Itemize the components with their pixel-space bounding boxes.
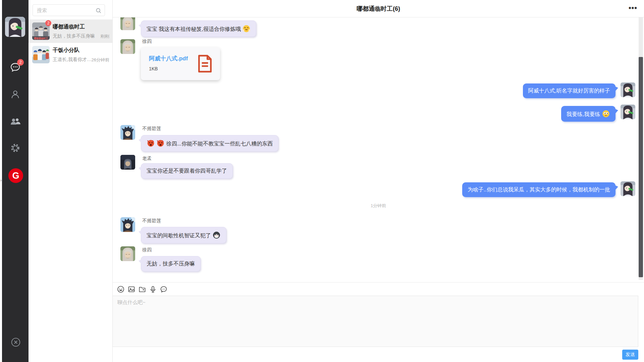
image-icon[interactable] <box>127 285 136 293</box>
avatar[interactable] <box>120 217 135 232</box>
message-bubble[interactable]: 无妨，技多不压身嘛 <box>141 256 201 272</box>
message-sender: 不摇碧莲 <box>142 125 161 131</box>
composer-toolbar <box>113 282 644 296</box>
message-sender: 不摇碧莲 <box>142 218 161 224</box>
chat-name: 哪都通临时工 <box>53 23 85 31</box>
message-text: 徐四...你能不能不教宝宝一些乱七八糟的东西 <box>166 141 273 146</box>
avatar[interactable] <box>120 246 135 261</box>
avatar-self[interactable] <box>621 181 635 196</box>
chat-time: 26分钟前 <box>92 57 109 63</box>
avatar-self[interactable] <box>621 82 635 97</box>
message-text: 我要练,我要练 <box>567 111 600 117</box>
contacts-icon[interactable] <box>10 89 21 100</box>
conversation-title: 哪都通临时工(6) <box>113 0 644 17</box>
search-box <box>33 4 105 16</box>
unread-badge: 2 <box>45 20 51 26</box>
user-avatar[interactable] <box>5 17 25 37</box>
message-sender: 老孟 <box>142 155 152 161</box>
send-bar: 发送 <box>113 347 644 362</box>
avatar[interactable] <box>120 155 135 170</box>
message-text: 宝宝你还是不要跟着你四哥乱学了 <box>147 168 227 174</box>
angry-emoji-icon <box>156 139 165 147</box>
avatar[interactable] <box>120 17 135 30</box>
scrollbar-thumb[interactable] <box>639 57 643 277</box>
message-bubble[interactable]: 宝宝你还是不要跟着你四哥乱学了 <box>141 163 233 179</box>
close-icon[interactable] <box>11 337 21 347</box>
sidebar: 2 G <box>2 0 29 362</box>
chat-time: 刚刚 <box>101 34 109 40</box>
flushed-emoji-icon <box>602 110 610 118</box>
file-attachment[interactable]: 阿威十八式.pdf 1KB <box>141 47 220 80</box>
conversation-header: 哪都通临时工(6) ••• <box>113 0 644 17</box>
message-bubble[interactable]: 徐四...你能不能不教宝宝一些乱七八糟的东西 <box>141 135 278 152</box>
file-size: 1KB <box>149 66 158 71</box>
send-button[interactable]: 发送 <box>622 350 638 360</box>
message-bubble[interactable]: 宝宝 我这有本祖传秘笈,很适合你修炼哦 <box>141 20 256 37</box>
file-name[interactable]: 阿威十八式.pdf <box>149 55 188 62</box>
avatar-self[interactable] <box>621 105 635 119</box>
message-bubble-icon[interactable] <box>160 285 168 293</box>
penguin-emoji-icon <box>212 231 221 239</box>
time-divider: 1分钟前 <box>113 203 644 209</box>
settings-gear-icon[interactable] <box>10 142 21 154</box>
message-text: 无妨，技多不压身嘛 <box>147 261 195 266</box>
unread-badge: 2 <box>17 59 24 66</box>
angry-emoji-icon <box>147 139 155 147</box>
pdf-icon <box>197 55 213 73</box>
more-options-icon[interactable]: ••• <box>629 0 637 17</box>
message-text: 宝宝的间歇性机智证又犯了 <box>147 233 211 238</box>
chat-list-item[interactable]: 干饭小分队 王道长,我看你才… 26分钟前 <box>29 43 112 66</box>
app-logo[interactable]: G <box>8 168 23 183</box>
chat-preview: 王道长,我看你才… <box>53 57 92 63</box>
group-avatar <box>32 46 50 63</box>
chat-list-item-selected[interactable]: 2 哪都通临时工 无妨，技多不压身嘛 刚刚 <box>29 19 112 43</box>
message-sender: 徐四 <box>142 38 152 44</box>
chat-name: 干饭小分队 <box>53 47 79 54</box>
message-bubble[interactable]: 我要练,我要练 <box>561 106 615 122</box>
message-bubble[interactable]: 为啥子..你们总说我呆瓜，其实大多的时候，我都机制的一批 <box>462 182 615 197</box>
folder-icon[interactable] <box>138 285 146 293</box>
message-bubble[interactable]: 阿威十八式,听名字就好厉害的样子 <box>523 83 615 98</box>
avatar[interactable] <box>120 39 135 54</box>
emoji-icon[interactable] <box>117 285 125 293</box>
message-list: 宝宝 我这有本祖传秘笈,很适合你修炼哦 徐四 阿威十八式.pdf 1KB 阿威十… <box>113 17 644 282</box>
search-input[interactable] <box>33 5 105 16</box>
message-sender: 徐四 <box>142 247 152 253</box>
avatar[interactable] <box>120 125 135 140</box>
hug-emoji-icon <box>242 24 251 33</box>
message-text: 阿威十八式,听名字就好厉害的样子 <box>528 88 610 94</box>
message-text: 为啥子..你们总说我呆瓜，其实大多的时候，我都机制的一批 <box>468 187 610 192</box>
chat-app-window: › 2 G 2 哪都通临 <box>0 0 644 362</box>
group-chat-icon[interactable] <box>10 116 21 127</box>
chat-list-panel: 2 哪都通临时工 无妨，技多不压身嘛 刚刚 干饭小分队 王道长,我看你才… 26… <box>29 0 113 362</box>
message-bubble[interactable]: 宝宝的间歇性机智证又犯了 <box>141 227 226 243</box>
message-input-area <box>112 296 638 347</box>
message-input[interactable] <box>113 296 638 347</box>
message-text: 宝宝 我这有本祖传秘笈,很适合你修炼哦 <box>147 26 241 32</box>
microphone-icon[interactable] <box>149 285 157 293</box>
scrollbar-track[interactable] <box>639 17 643 280</box>
search-icon[interactable] <box>95 7 102 14</box>
conversation-panel: 哪都通临时工(6) ••• 宝宝 我这有本祖传秘笈,很适合你修炼哦 徐四 阿威十… <box>113 0 644 362</box>
chat-preview: 无妨，技多不压身嘛 <box>53 33 95 39</box>
